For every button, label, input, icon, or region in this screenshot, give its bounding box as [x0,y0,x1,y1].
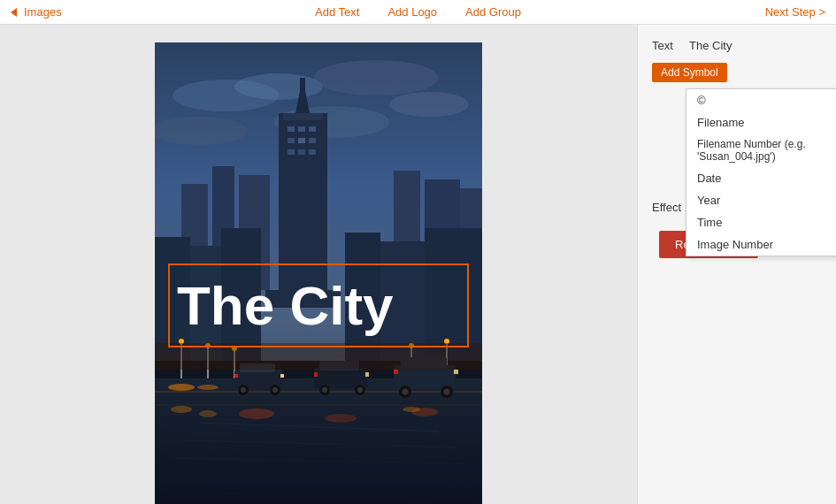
svg-rect-74 [394,370,398,374]
back-label: Images [24,5,62,19]
dropdown-copyright[interactable]: © [686,89,836,111]
svg-point-79 [199,410,217,417]
effect-label: Effect [652,201,689,214]
dropdown-date[interactable]: Date [686,167,836,189]
text-value: The City [689,39,822,52]
main-content: The City Text The City Add Symbol © File… [0,25,836,504]
symbol-dropdown: © Filename Filename Number (e.g. 'Susan_… [686,88,836,256]
svg-rect-16 [300,78,305,113]
right-panel: Text The City Add Symbol © Filename File… [637,25,836,504]
dropdown-filename[interactable]: Filename [686,111,836,134]
svg-point-5 [155,117,248,145]
next-step-label: Next Step > [765,5,825,19]
svg-point-54 [241,387,246,393]
svg-point-64 [357,387,363,393]
overlay-text: The City [177,279,394,333]
svg-rect-17 [283,113,323,120]
svg-rect-73 [454,370,458,374]
svg-rect-57 [280,374,284,378]
svg-rect-20 [309,126,316,132]
svg-point-76 [325,414,357,423]
svg-point-3 [314,60,438,95]
image-canvas[interactable]: The City [155,42,482,504]
svg-point-80 [403,407,420,412]
dropdown-year[interactable]: Year [686,189,836,211]
svg-rect-66 [314,372,318,377]
svg-rect-22 [298,138,305,143]
svg-point-56 [272,387,278,393]
svg-rect-26 [309,149,316,155]
text-field-row: Text The City [652,39,822,52]
svg-rect-18 [288,126,295,132]
svg-point-40 [168,384,195,391]
svg-rect-58 [234,374,238,378]
svg-point-75 [239,409,274,419]
svg-point-72 [444,389,450,395]
add-text-link[interactable]: Add Text [315,5,359,19]
nav-center-actions: Add Text Add Logo Add Group [315,5,521,19]
svg-point-70 [403,389,409,395]
svg-rect-21 [288,138,295,143]
top-navigation: Images Add Text Add Logo Add Group Next … [0,0,836,25]
dropdown-image-number[interactable]: Image Number [686,233,836,256]
svg-point-2 [234,73,323,100]
text-overlay-box[interactable]: The City [168,263,469,347]
add-symbol-button[interactable]: Add Symbol [652,63,727,82]
dropdown-time[interactable]: Time [686,211,836,233]
add-group-link[interactable]: Add Group [465,5,521,19]
svg-point-78 [171,406,192,413]
svg-rect-24 [288,149,295,155]
svg-point-62 [322,387,327,393]
add-logo-link[interactable]: Add Logo [387,5,437,19]
svg-rect-65 [365,372,369,377]
svg-rect-23 [309,138,316,143]
image-area: The City [0,25,637,504]
dropdown-filename-number[interactable]: Filename Number (e.g. 'Susan_004.jpg') [686,134,836,167]
svg-rect-19 [298,126,305,132]
back-to-images[interactable]: Images [11,5,62,19]
text-label: Text [652,39,689,52]
svg-point-4 [389,92,469,117]
svg-line-85 [155,493,482,495]
back-icon [11,8,17,17]
next-step-link[interactable]: Next Step > [765,5,825,19]
svg-point-43 [197,385,219,390]
svg-rect-25 [298,149,305,155]
